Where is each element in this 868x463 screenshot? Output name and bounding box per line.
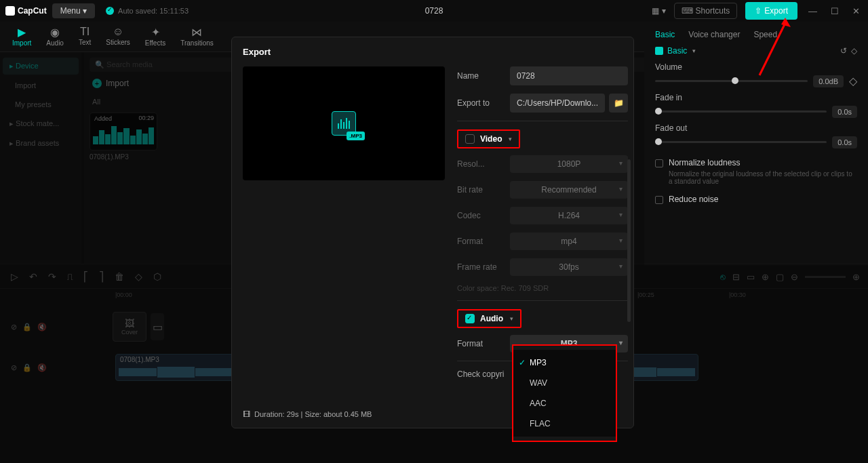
fadein-label: Fade in — [655, 93, 857, 102]
export-button[interactable]: ⇧ Export — [745, 2, 797, 20]
fadein-slider[interactable] — [655, 110, 827, 113]
track-tool-2[interactable]: ⊟ — [732, 272, 740, 282]
audio-section-toggle[interactable]: Audio ▾ — [461, 311, 517, 326]
minimize-button[interactable]: — — [806, 6, 820, 16]
ruler-tick: |00:25 — [637, 291, 654, 298]
menu-button[interactable]: Menu ▾ — [52, 3, 95, 18]
hide-track[interactable]: ⊘ — [11, 323, 17, 331]
shortcuts-button[interactable]: ⌨ Shortcuts — [674, 3, 738, 19]
autosave-indicator: Auto saved: 15:11:53 — [106, 7, 189, 15]
format-option-wav[interactable]: WAV — [513, 373, 616, 393]
marker-button[interactable]: ⬡ — [151, 268, 164, 285]
format-option-aac[interactable]: AAC — [513, 393, 616, 414]
image-icon: 🖼 — [125, 318, 134, 329]
track-tool-5[interactable]: ▢ — [776, 272, 784, 282]
sidebar-presets[interactable]: My presets — [3, 96, 79, 113]
tab-transitions[interactable]: ⋈Transitions — [174, 24, 220, 48]
browse-folder-button[interactable]: 📁 — [609, 94, 628, 113]
fadeout-value[interactable]: 0.0s — [832, 136, 857, 148]
tab-basic[interactable]: Basic — [655, 30, 675, 39]
zoom-slider[interactable] — [805, 276, 846, 278]
lock-track[interactable]: 🔒 — [22, 323, 32, 331]
track-tool-4[interactable]: ⊕ — [762, 272, 769, 282]
keyframe-icon[interactable]: ◇ — [849, 75, 857, 87]
sidebar-device[interactable]: ▸ Device — [3, 58, 79, 75]
chevron-down-icon: ▾ — [509, 136, 512, 142]
keyboard-icon: ⌨ — [682, 6, 693, 16]
project-title: 0728 — [425, 6, 443, 16]
bitrate-select: Recommended — [510, 181, 628, 199]
sidebar-brand[interactable]: ▸ Brand assets — [3, 135, 79, 152]
export-path[interactable]: C:/Users/HP/Downlo... — [510, 94, 605, 113]
tab-stickers[interactable]: ☺Stickers — [99, 24, 137, 47]
basic-section-label: Basic — [667, 46, 687, 56]
tab-audio[interactable]: ◉Audio — [39, 24, 71, 48]
reduce-noise-checkbox[interactable] — [655, 196, 663, 204]
volume-slider[interactable] — [655, 80, 808, 82]
tab-text[interactable]: TIText — [72, 24, 98, 47]
audio-format-dropdown: MP3 WAV AAC FLAC — [512, 344, 617, 442]
effects-icon: ✦ — [151, 26, 160, 39]
audio-checkbox[interactable] — [465, 314, 475, 323]
normalize-checkbox[interactable] — [655, 159, 663, 167]
app-logo: CapCut — [5, 6, 47, 16]
normalize-label: Normalize loudness — [669, 158, 857, 167]
video-format-select: mp4 — [510, 233, 628, 250]
transitions-icon: ⋈ — [191, 26, 202, 39]
video-track-head: ⊘ 🔒 🔇 — [11, 323, 106, 331]
redo-button[interactable]: ↷ — [45, 268, 59, 285]
resolution-label: Resol... — [457, 159, 510, 169]
export-scrollbar[interactable] — [627, 159, 631, 322]
ruler-tick: |00:00 — [115, 291, 132, 298]
cursor-tool[interactable]: ▷ — [8, 268, 21, 285]
video-checkbox[interactable] — [465, 134, 475, 144]
zoom-in[interactable]: ⊕ — [852, 272, 860, 282]
fadeout-slider[interactable] — [655, 141, 827, 143]
export-to-label: Export to — [457, 98, 510, 108]
media-clip[interactable]: Added 00:29 — [90, 113, 157, 150]
split-left[interactable]: ⎡ — [81, 268, 91, 285]
split-button[interactable]: ⎍ — [64, 268, 75, 285]
video-placeholder[interactable]: ▭ — [151, 313, 164, 340]
format-option-flac[interactable]: FLAC — [513, 414, 616, 434]
mp3-badge: .MP3 — [347, 132, 365, 140]
export-name-input[interactable] — [510, 66, 628, 85]
track-tool-3[interactable]: ▭ — [747, 272, 755, 282]
app-name: CapCut — [18, 6, 47, 16]
hide-track[interactable]: ⊘ — [11, 363, 17, 372]
undo-button[interactable]: ↶ — [26, 268, 40, 285]
tab-effects[interactable]: ✦Effects — [138, 24, 172, 48]
tab-speed[interactable]: Speed — [753, 30, 777, 39]
video-section-toggle[interactable]: Video ▾ — [461, 132, 516, 146]
close-button[interactable]: ✕ — [850, 6, 863, 16]
fadein-value[interactable]: 0.0s — [832, 106, 857, 118]
undo-icon[interactable]: ↺ — [840, 46, 847, 56]
basic-checkbox[interactable] — [655, 47, 663, 55]
mute-track[interactable]: 🔇 — [37, 323, 47, 331]
volume-value[interactable]: 0.0dB — [813, 75, 844, 87]
film-icon: 🎞 — [243, 410, 250, 418]
maximize-button[interactable]: ☐ — [828, 6, 842, 16]
lock-track[interactable]: 🔒 — [22, 363, 32, 372]
sidebar-stock[interactable]: ▸ Stock mate... — [3, 115, 79, 132]
track-tool-1[interactable]: ⎋ — [720, 272, 726, 282]
tab-voice-changer[interactable]: Voice changer — [688, 30, 740, 39]
tab-import[interactable]: ▶Import — [5, 24, 38, 48]
layout-icon[interactable]: ▦ ▾ — [652, 6, 665, 16]
colorspace-info: Color space: Rec. 709 SDR — [457, 284, 628, 292]
audio-format-label: Format — [457, 339, 510, 348]
delete-button[interactable]: 🗑 — [112, 268, 127, 285]
clip-duration: 00:29 — [138, 115, 154, 121]
clip-added-badge: Added — [92, 115, 115, 123]
mute-track[interactable]: 🔇 — [37, 363, 47, 372]
zoom-out[interactable]: ⊖ — [791, 272, 798, 282]
mp3-file-icon: .MP3 — [332, 111, 356, 136]
cover-button[interactable]: 🖼 Cover — [113, 312, 146, 342]
audio-track-head: ⊘ 🔒 🔇 — [11, 363, 106, 372]
diamond-icon[interactable]: ◇ — [851, 46, 857, 56]
transform-button[interactable]: ◇ — [132, 268, 145, 285]
sidebar-import[interactable]: Import — [3, 77, 79, 94]
split-right[interactable]: ⎤ — [96, 268, 106, 285]
video-format-label: Format — [457, 237, 510, 246]
format-option-mp3[interactable]: MP3 — [513, 353, 616, 373]
